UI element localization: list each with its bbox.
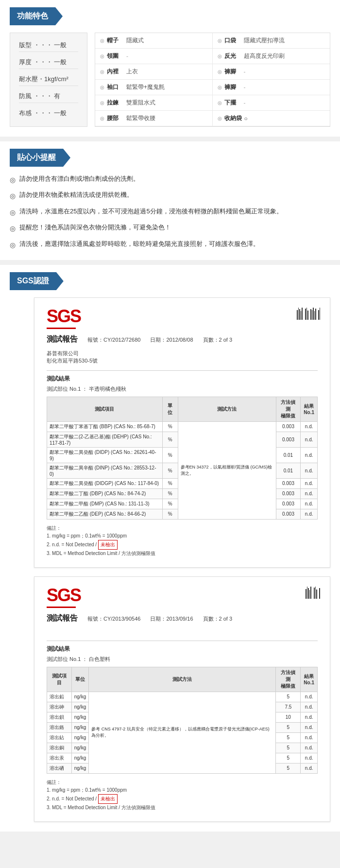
feature-left-item: 厚度 ・・・ 一般: [19, 56, 78, 69]
feature-value: 隱藏式壓扣導流: [244, 36, 285, 45]
td-result: n.d.: [301, 732, 318, 743]
feature-label: 下擺: [224, 99, 241, 107]
tip-bullet: ◎: [10, 240, 16, 250]
tip-item: ◎ 提醒您！淺色系請與深色衣物分開洗滌，可避免染色！: [10, 223, 330, 234]
th-item: 測試項目: [47, 667, 72, 692]
tips-header: 貼心小提醒: [10, 149, 70, 167]
feature-label: 腰部: [107, 114, 124, 122]
feature-dot: ◎: [218, 69, 222, 74]
feature-dot: ◎: [218, 85, 222, 90]
feature-label: 內裡: [107, 68, 124, 76]
td-result: n.d.: [301, 712, 318, 722]
sgs-header: SGS認證: [10, 272, 64, 290]
td-unit: ng/kg: [71, 692, 88, 702]
td-result: n.d.: [301, 692, 318, 702]
features-left-panel: 版型 ・・・ 一般 厚度 ・・・ 一般 耐水壓・1kgf/cm² 防風 ・・・ …: [10, 33, 87, 127]
feature-value: 超高度反光印刷: [244, 52, 285, 60]
td-item: 鄰苯二甲酸二丁酯 (DBP) (CAS No.: 84-74-2): [47, 488, 163, 499]
feature-cell-storage: ◎ 收納袋 ○: [213, 111, 330, 126]
td-item: 鄰苯二甲酸丁苯基丁酯 (BBP) (CAS No.: 85-68-7): [47, 421, 163, 432]
feature-cell-collar: ◎ 領圍 -: [95, 49, 213, 64]
sgs-notes-1: 備註： 1. mg/kg = ppm；0.1wt% = 1000ppm 2. n…: [47, 524, 318, 557]
td-limit: 0.003: [276, 488, 301, 499]
table-row: 鄰苯二甲酸丁苯基丁酯 (BBP) (CAS No.: 85-68-7) % 參考…: [47, 421, 318, 432]
th-unit: 單位: [71, 667, 88, 692]
td-limit: 7.5: [276, 702, 301, 712]
feature-cell-zipper: ◎ 拉鍊 雙重阻水式: [95, 95, 213, 111]
feature-cell-hat: ◎ 帽子 隱藏式: [95, 33, 213, 49]
td-item: 鄰苯二甲酸二甲酯 (DMP) (CAS No.: 131-11-3): [47, 499, 163, 509]
sgs-results-title-1: 測試結果: [47, 375, 318, 383]
td-result: n.d.: [301, 702, 318, 712]
tip-item: ◎ 清洗時，水溫應在25度以內，並不可浸泡超過5分鐘，浸泡後有輕微的顏料殘留色屬…: [10, 207, 330, 218]
feature-cell-cuff1: ◎ 褲腳 -: [213, 64, 330, 80]
sgs-date-1: 日期：2012/08/08: [150, 336, 193, 344]
td-result: n.d.: [301, 743, 318, 753]
th-result: 結果No.1: [301, 667, 318, 692]
td-item: 溶出砷: [47, 702, 72, 712]
tip-text: 請勿使用含有漂白劑或增白劑成份的洗劑。: [19, 174, 139, 184]
sgs-table-1: 測試項目 單位 測試方法 方法偵測極限值 結果No.1 鄰苯二甲酸丁苯基丁酯 (…: [47, 397, 318, 520]
td-result: n.d.: [301, 509, 318, 519]
feature-label: 袖口: [107, 83, 124, 91]
tip-item: ◎ 請勿使用含有漂白劑或增白劑成份的洗劑。: [10, 174, 330, 185]
sgs-unit-1: 測試部位 No.1 ： 半透明橘色殘秋: [47, 385, 318, 393]
sgs-notes-2: 備註： 1. mg/kg = ppm；0.1wt% = 1000ppm 2. n…: [47, 779, 318, 812]
feature-label: 領圍: [107, 52, 124, 60]
feature-label: 褲腳: [224, 68, 241, 76]
td-item: 鄰苯二甲酸二(2-乙基己基)酯 (DEHP) (CAS No.: 117-81-…: [47, 432, 163, 447]
feature-dot: ◎: [100, 116, 104, 121]
td-limit: 10: [276, 712, 301, 722]
features-header: 功能特色: [10, 7, 63, 25]
sgs-table-2: 測試項目 單位 測試方法 方法偵測極限值 結果No.1 溶出鉛 ng/kg 參考…: [47, 667, 318, 774]
sgs-logo-underline: [47, 328, 76, 329]
td-item: 溶出鉆: [47, 732, 72, 743]
td-unit: %: [162, 478, 178, 488]
td-unit: %: [162, 421, 178, 432]
sgs-logo-text: SGS: [47, 308, 81, 325]
feature-cell-waist: ◎ 腰部 鬆緊帶收腰: [95, 111, 213, 126]
features-content: 版型 ・・・ 一般 厚度 ・・・ 一般 耐水壓・1kgf/cm² 防風 ・・・ …: [10, 33, 330, 127]
feature-label: 收納袋: [224, 114, 242, 122]
th-method: 測試方法: [89, 667, 276, 692]
sgs-report-title-2: 測試報告: [47, 613, 78, 624]
td-item: 溶出鉻: [47, 722, 72, 732]
td-unit: %: [162, 509, 178, 519]
feature-dot: ◎: [218, 100, 222, 105]
td-unit: %: [162, 447, 178, 463]
feature-value: -: [244, 84, 246, 91]
feature-value: 鬆緊帶+魔鬼氈: [126, 83, 165, 91]
td-item: 溶出汞: [47, 753, 72, 763]
feature-value: -: [244, 100, 246, 106]
th-item: 測試項目: [47, 397, 163, 421]
sgs-report-2-wrapper: 有毒遷移重金屬 SGS 測試報告: [10, 576, 330, 822]
td-result: n.d.: [301, 432, 318, 447]
feature-value: 上衣: [126, 68, 138, 76]
sgs-logo-underline-2: [47, 607, 76, 608]
td-limit: 0.01: [276, 463, 301, 478]
td-result: n.d.: [301, 722, 318, 732]
sgs-logo-2: SGS: [47, 587, 318, 604]
sgs-report-num-2: 報號：CY/2013/90546: [87, 615, 140, 623]
tip-item: ◎ 清洗後，應選擇陰涼通風處並即時晾乾，晾乾時避免陽光直接照射，可維護衣服色澤。: [10, 239, 330, 250]
sgs-title: SGS認證: [17, 276, 49, 286]
feature-label: 褲腳: [224, 83, 241, 91]
td-item: 溶出銅: [47, 743, 72, 753]
features-right-panel: ◎ 帽子 隱藏式 ◎ 口袋 隱藏式壓扣導流 ◎ 領圍 - ◎ 反光 超高度反光印…: [95, 33, 330, 127]
sgs-card-1: SGS 測試報告 報號：CY/2012/72680 日期：2012/08/08 …: [34, 297, 330, 568]
table-row: 溶出鉛 ng/kg 參考 CNS 4797-2 玩具安全（特定元素之遷移），以感…: [47, 692, 318, 702]
tip-bullet: ◎: [10, 191, 16, 201]
tip-text: 清洗時，水溫應在25度以內，並不可浸泡超過5分鐘，浸泡後有輕微的顏料殘留色屬正常…: [19, 207, 283, 217]
feature-label: 帽子: [107, 36, 124, 45]
feature-cell-hem: ◎ 下擺 -: [213, 95, 330, 111]
tips-section: 貼心小提醒 ◎ 請勿使用含有漂白劑或增白劑成份的洗劑。 ◎ 請勿使用衣物柔軟精清…: [0, 141, 340, 260]
feature-dot: ◎: [100, 53, 104, 59]
feature-dot: ◎: [100, 38, 104, 43]
td-unit: ng/kg: [71, 722, 88, 732]
td-unit: %: [162, 499, 178, 509]
td-item: 溶出鋇: [47, 712, 72, 722]
td-item: 溶出硒: [47, 763, 72, 773]
feature-cell-cuff2: ◎ 袖口 鬆緊帶+魔鬼氈: [95, 80, 213, 95]
feature-left-item: 防風 ・・・ 有: [19, 90, 78, 103]
td-result: n.d.: [301, 753, 318, 763]
